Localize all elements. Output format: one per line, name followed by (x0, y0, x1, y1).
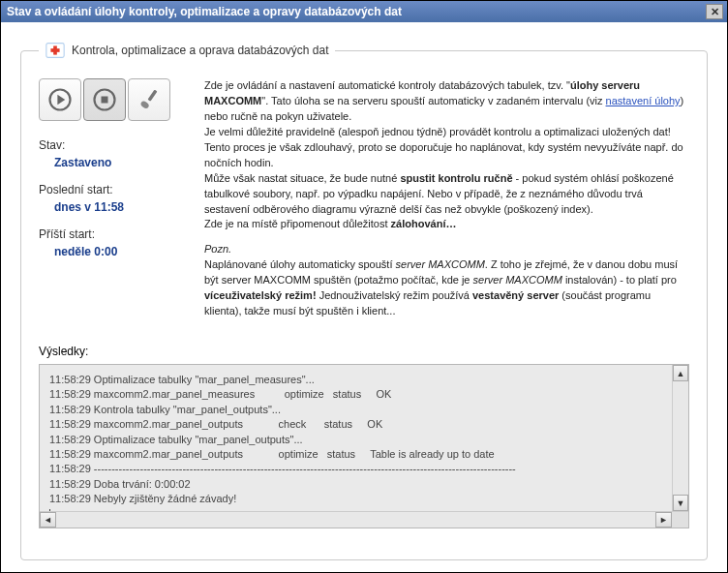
svg-rect-6 (102, 97, 108, 104)
settings-button[interactable] (128, 78, 170, 121)
play-button[interactable] (39, 78, 81, 121)
scroll-left-icon[interactable]: ◄ (40, 512, 56, 528)
group-legend: Kontrola, optimalizace a oprava databázo… (39, 40, 335, 61)
svg-rect-7 (148, 90, 158, 102)
scroll-right-icon[interactable]: ► (655, 512, 672, 528)
description: Zde je ovládání a nastavení automatické … (204, 78, 689, 319)
last-start-label: Poslední start: (39, 183, 189, 196)
horizontal-scrollbar[interactable]: ◄ ► (40, 511, 688, 528)
scroll-down-icon[interactable]: ▼ (673, 495, 688, 511)
main-group: Kontrola, optimalizace a oprava databázo… (20, 40, 708, 560)
scroll-up-icon[interactable]: ▲ (673, 365, 688, 381)
last-start-value: dnes v 11:58 (39, 200, 189, 214)
results-label: Výsledky: (39, 345, 689, 358)
vertical-scrollbar[interactable]: ▲ ▼ (672, 365, 688, 511)
svg-marker-4 (57, 95, 65, 106)
close-icon[interactable]: ✕ (706, 4, 723, 19)
results-panel: 11:58:29 Optimalizace tabulky "mar_panel… (39, 364, 689, 528)
medical-cross-icon (45, 40, 66, 61)
svg-point-8 (139, 100, 150, 109)
state-label: Stav: (39, 138, 189, 152)
next-start-label: Příští start: (39, 227, 189, 241)
toolbar (39, 78, 189, 121)
results-text[interactable]: 11:58:29 Optimalizace tabulky "mar_panel… (40, 365, 672, 511)
next-start-value: neděle 0:00 (39, 245, 189, 258)
stop-button[interactable] (83, 78, 126, 121)
svg-rect-2 (50, 48, 59, 52)
window-title: Stav a ovládání úlohy kontroly, optimali… (7, 5, 402, 18)
state-value: Zastaveno (39, 156, 189, 169)
title-bar: Stav a ovládání úlohy kontroly, optimali… (1, 1, 727, 22)
settings-link[interactable]: nastavení úlohy (606, 95, 681, 106)
group-legend-text: Kontrola, optimalizace a oprava databázo… (72, 44, 329, 57)
